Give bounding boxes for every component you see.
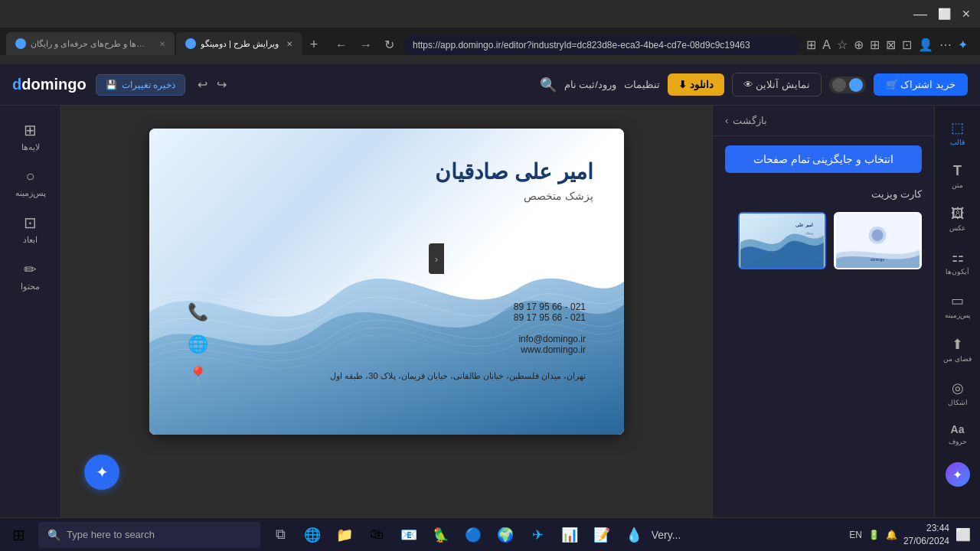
right-icon-shapes[interactable]: ◎ اشکال xyxy=(935,372,980,414)
refresh-button[interactable]: ↻ xyxy=(381,34,397,55)
taskbar: ⊞ 🔍 Type here to search ⧉ 🌐 📁 🛍 📧 🦜 🔵 🌍 xyxy=(0,517,980,551)
right-icon-myspace[interactable]: ⬆ فضای من xyxy=(935,328,980,370)
svg-text:پزشک: پزشک xyxy=(805,231,813,235)
address-text: تهران، میدان فلسطین، خیابان طالقانی، خیا… xyxy=(217,371,586,381)
title-bar: — ⬜ ✕ xyxy=(0,0,980,28)
tool-background[interactable]: ○ پس‌زمینه xyxy=(0,161,60,204)
new-tab-button[interactable]: + xyxy=(303,34,325,55)
tab-templates[interactable]: قالب‌ها و طرح‌های حرفه‌ای و رایگان ✕ xyxy=(6,32,175,55)
select-all-button[interactable]: انتخاب و جایگزینی تمام صفحات xyxy=(725,145,922,173)
address-bar[interactable] xyxy=(403,35,800,55)
taskbar-very[interactable]: Very... xyxy=(651,520,681,550)
collapse-panel-button[interactable]: › xyxy=(429,243,444,274)
preview-button[interactable]: نمایش آنلاین 👁 xyxy=(732,73,822,96)
panel-header: بازگشت › xyxy=(713,106,934,136)
tool-dimensions[interactable]: ⊡ ابعاد xyxy=(0,207,60,251)
business-card-content: امیر علی صادقیان پزشک متخصص 021 - 66 95 … xyxy=(149,129,624,435)
tab-label: قالب‌ها و طرح‌های حرفه‌ای و رایگان xyxy=(31,39,152,49)
taskbar-start-button[interactable]: ⊞ xyxy=(3,520,34,550)
text-icon: T xyxy=(953,163,962,179)
minimize-button[interactable]: — xyxy=(910,3,930,25)
fab-button[interactable]: ✦ xyxy=(84,455,119,490)
template-thumb-2[interactable]: domingo xyxy=(834,212,922,269)
forward-button[interactable]: → xyxy=(357,35,375,55)
right-icon-icons[interactable]: ⚏ آیکون‌ها xyxy=(935,241,980,283)
icons-icon-label: آیکون‌ها xyxy=(946,268,969,276)
phone-text: 021 - 66 95 17 89 021 - 66 95 17 89 xyxy=(217,302,586,323)
taskbar-telegram[interactable]: ✈ xyxy=(522,520,553,550)
taskbar-excel[interactable]: 📊 xyxy=(554,520,585,550)
taskbar-word[interactable]: 📝 xyxy=(586,520,617,550)
search-icon[interactable]: 🔍 xyxy=(540,77,557,93)
right-icon-ai[interactable]: ✦ xyxy=(935,455,980,494)
template-2-preview: domingo xyxy=(835,214,920,268)
favorites-bar-icon[interactable]: ⊡ xyxy=(902,37,912,52)
taskbar-task-view[interactable]: ⧉ xyxy=(265,520,296,550)
mail-icon: 📧 xyxy=(400,527,417,543)
tab-icon-2 xyxy=(185,38,196,49)
close-button[interactable]: ✕ xyxy=(959,5,974,23)
taskbar-translate[interactable]: 🌍 xyxy=(490,520,521,550)
fonts-icon: Aa xyxy=(951,423,965,435)
undo-redo-controls: ↩ ↪ xyxy=(194,74,230,95)
taskbar-edge[interactable]: 🌐 xyxy=(297,520,328,550)
add-tab-icon[interactable]: ⊞ xyxy=(806,37,816,52)
bg-icon-label: پس‌زمینه xyxy=(945,311,971,319)
tool-layers[interactable]: ⊞ لایه‌ها xyxy=(0,115,60,158)
tool-content[interactable]: ✏ محتوا xyxy=(0,254,60,298)
login-button[interactable]: ورود/ثبت نام xyxy=(564,79,616,90)
taskbar-drops[interactable]: 💧 xyxy=(619,520,649,550)
business-card-title[interactable]: پزشک متخصص xyxy=(524,190,593,202)
taskbar-right: EN 🔋 🔔 23:44 27/06/2024 ⬜ xyxy=(849,522,977,548)
fonts-icon-label: حروف xyxy=(949,438,967,445)
favorites-icon[interactable]: ☆ xyxy=(837,37,848,52)
settings-button[interactable]: تنظیمات xyxy=(624,79,660,90)
redo-button[interactable]: ↪ xyxy=(214,74,230,95)
right-panel: بازگشت › انتخاب و جایگزینی تمام صفحات کا… xyxy=(712,106,934,551)
excel-icon: 📊 xyxy=(561,527,578,543)
maximize-button[interactable]: ⬜ xyxy=(935,5,954,23)
back-link[interactable]: بازگشت › xyxy=(725,115,767,126)
back-button[interactable]: ← xyxy=(332,35,351,55)
taskbar-search-text: Type here to search xyxy=(67,529,155,540)
copilot-icon[interactable]: ✦ xyxy=(958,37,968,52)
tab-close-2-icon[interactable]: ✕ xyxy=(286,40,292,48)
taskbar-mail[interactable]: 📧 xyxy=(394,520,424,550)
right-icon-photo[interactable]: 🖼 عکس xyxy=(935,198,980,240)
contact-info: 021 - 66 95 17 89 021 - 66 95 17 89 📞 in… xyxy=(188,302,586,396)
phone-icon: 📞 xyxy=(188,302,208,322)
read-mode-icon[interactable]: A xyxy=(822,38,831,52)
browser-icon-1[interactable]: ⊕ xyxy=(854,37,864,52)
save-icon: 💾 xyxy=(106,80,117,90)
toolbar-left: ddomingo 💾 ذخیره تغییرات ↩ ↪ xyxy=(12,74,230,96)
business-card-name[interactable]: امیر علی صادقیان xyxy=(435,159,593,184)
edge-icon: 🌐 xyxy=(304,527,321,543)
tab-close-icon[interactable]: ✕ xyxy=(159,40,165,48)
taskbar-parrot[interactable]: 🦜 xyxy=(426,520,456,550)
right-icon-template[interactable]: ⬚ قالب xyxy=(935,112,980,154)
download-button[interactable]: دانلود ⬇ xyxy=(668,73,724,96)
taskbar-explorer[interactable]: 📁 xyxy=(329,520,360,550)
subscribe-button[interactable]: خرید اشتراک 🛒 xyxy=(874,73,968,96)
logo: ddomingo xyxy=(12,76,87,93)
extensions-icon[interactable]: ⋯ xyxy=(939,37,952,52)
browser-icon-2[interactable]: ⊞ xyxy=(870,37,880,52)
browser-icon-3[interactable]: ⊠ xyxy=(886,37,896,52)
template-1-preview: امیر علی پزشک xyxy=(740,214,825,268)
business-card-canvas[interactable]: امیر علی صادقیان پزشک متخصص 021 - 66 95 … xyxy=(149,129,624,435)
taskbar-search[interactable]: 🔍 Type here to search xyxy=(38,522,260,548)
save-button[interactable]: 💾 ذخیره تغییرات xyxy=(96,74,185,96)
background-icon: ○ xyxy=(25,168,34,185)
right-icon-fonts[interactable]: Aa حروف xyxy=(935,416,980,453)
right-icon-bg[interactable]: ▭ پس‌زمینه xyxy=(935,285,980,327)
taskbar-chrome[interactable]: 🔵 xyxy=(458,520,488,550)
show-desktop-icon[interactable]: ⬜ xyxy=(956,527,971,542)
svg-text:امیر علی: امیر علی xyxy=(795,223,813,228)
template-thumb-1[interactable]: امیر علی پزشک xyxy=(738,212,826,269)
dark-mode-toggle[interactable] xyxy=(829,77,866,93)
tab-editor[interactable]: ویرایش طرح | دومینگو ✕ xyxy=(176,32,302,55)
profile-icon[interactable]: 👤 xyxy=(918,37,933,52)
undo-button[interactable]: ↩ xyxy=(194,74,211,95)
taskbar-store[interactable]: 🛍 xyxy=(361,520,392,550)
right-icon-text[interactable]: T متن xyxy=(935,155,980,197)
